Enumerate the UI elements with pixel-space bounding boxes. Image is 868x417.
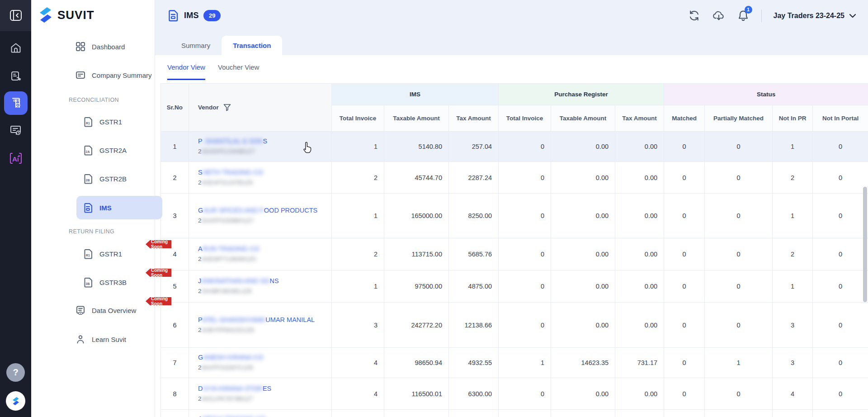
- cell-pr-value: 0.00: [615, 270, 664, 303]
- vendor-name-link[interactable]: GAUR SPICES AND FOOD PRODUCTS: [198, 206, 323, 215]
- cell-status-value: 0: [664, 238, 705, 270]
- vendor-name-link[interactable]: GANESH KIRANA CO: [198, 353, 323, 362]
- subtab-vendor-view[interactable]: Vendor View: [167, 55, 205, 80]
- table-body: 1P. SHANTILAL & SONS24GGKPC2344B1Z715140…: [161, 132, 868, 417]
- cell-srno: 8: [161, 378, 189, 410]
- cell-ims-value: 242772.20: [384, 303, 449, 348]
- table-row[interactable]: 7GANESH KIRANA CO26AATFG3287C1Z6498650.9…: [161, 348, 868, 378]
- sidebar-collapse-button[interactable]: [7, 6, 25, 24]
- cloud-download-icon: [712, 9, 725, 22]
- cell-ims-value: 2: [332, 238, 384, 270]
- rail-ai-assistant-button[interactable]: Ai: [7, 149, 25, 167]
- rail-home-button[interactable]: [7, 39, 25, 57]
- column-header: Not In Portal: [813, 105, 868, 132]
- tab-summary[interactable]: Summary: [170, 36, 222, 55]
- cell-srno: 6: [161, 303, 189, 348]
- svg-text:2A: 2A: [86, 150, 90, 153]
- column-header: Not In PR: [773, 105, 813, 132]
- cell-status-value: 0: [705, 378, 773, 410]
- notifications-button[interactable]: 1: [737, 9, 750, 22]
- transaction-content: Vendor View Voucher View Sr.No Vendor: [155, 55, 868, 417]
- cell-ims-value: 2: [332, 162, 384, 194]
- rail-documents-button[interactable]: [7, 67, 25, 85]
- page-header: IMS 29 1 Jay Traders 23-24-25: [155, 0, 868, 31]
- table-row[interactable]: 2SHETH TRADING CO24AEAFS1237B1Z5245744.7…: [161, 162, 868, 194]
- company-name: Jay Traders 23-24-25: [774, 12, 844, 20]
- cell-status-value: 0: [664, 378, 705, 410]
- table-row[interactable]: 8DIVYA KIRANA STORES24ACLPK7674B1Z741165…: [161, 378, 868, 410]
- vendor-name-link[interactable]: DIVYA KIRANA STORES: [198, 384, 323, 393]
- sidebar-item-gstr2a[interactable]: 2A GSTR2A: [84, 145, 127, 156]
- vendor-name-link[interactable]: AMBICA TRADING CO: [198, 414, 323, 417]
- table-row[interactable]: 4ARUN TRADING CO24AEWFT1364W1Z02113715.0…: [161, 238, 868, 270]
- cell-srno: 2: [161, 162, 189, 194]
- table-row[interactable]: 5JANKINATHAN AND SONS23AABPJ6049L1Z61975…: [161, 270, 868, 303]
- cell-ims-value: 165000.00: [384, 194, 449, 238]
- table-row[interactable]: 1P. SHANTILAL & SONS24GGKPC2344B1Z715140…: [161, 132, 868, 162]
- download-button[interactable]: [712, 9, 725, 22]
- rail-gst-reconciliation-button[interactable]: GST: [4, 91, 28, 115]
- vendor-name-link[interactable]: P. SHANTILAL & SONS: [198, 137, 323, 146]
- sidebar-item-label: Company Summary: [92, 71, 152, 79]
- cell-status-value: 0: [813, 194, 868, 238]
- cell-status-value: 0: [664, 270, 705, 303]
- sidebar-item-company-summary[interactable]: Company Summary: [75, 70, 152, 80]
- cell-status-value: 0: [664, 348, 705, 378]
- sidebar-item-gstr1[interactable]: R1 GSTR1: [84, 117, 122, 127]
- table-row[interactable]: 9AMBICA TRADING CO24AAGFA1123R1Z2: [161, 410, 868, 417]
- cell-ims-value: 98650.94: [384, 348, 449, 378]
- vendor-name-link[interactable]: SHETH TRADING CO: [198, 168, 323, 177]
- sidebar-item-learn-suvit[interactable]: Learn Suvit: [75, 334, 126, 344]
- tab-transaction[interactable]: Transaction: [222, 36, 282, 55]
- vendor-name-link[interactable]: ARUN TRADING CO: [198, 244, 323, 254]
- column-header: Tax Amount: [449, 105, 499, 132]
- collapse-sidebar-icon: [9, 9, 23, 22]
- table-row[interactable]: 3GAUR SPICES AND FOOD PRODUCTS25AAPFG308…: [161, 194, 868, 238]
- filter-icon[interactable]: [223, 104, 231, 111]
- vendor-name-link[interactable]: PATEL GHANSHYAMKUMAR MANILAL: [198, 315, 323, 325]
- cell-ims-value: 6300.00: [449, 378, 499, 410]
- help-button[interactable]: ?: [6, 363, 25, 382]
- cell-ims-value: 3: [332, 303, 384, 348]
- cell-ims-value: 97500.00: [384, 270, 449, 303]
- documents-sync-icon: [10, 71, 22, 82]
- cell-ims-value: 116500.01: [384, 378, 449, 410]
- cell-status-value: [705, 410, 773, 417]
- sidebar-item-ims[interactable]: IMS: [84, 203, 112, 213]
- chat-widget-button[interactable]: [6, 391, 25, 411]
- refresh-button[interactable]: [688, 9, 701, 22]
- svg-text:2B: 2B: [86, 179, 90, 182]
- chat-clock-icon: [9, 124, 22, 137]
- group-header-status: Status: [664, 84, 868, 105]
- rail-chat-history-button[interactable]: [7, 121, 25, 139]
- column-header: Partially Matched: [705, 105, 773, 132]
- table-row[interactable]: 6PATEL GHANSHYAMKUMAR MANILAL24ABYPP8422…: [161, 303, 868, 348]
- sidebar-item-gstr3b[interactable]: 3B GSTR3B: [84, 277, 127, 288]
- ims-count-badge: 29: [203, 10, 221, 21]
- cell-vendor: JANKINATHAN AND SONS23AABPJ6049L1Z6: [189, 270, 332, 303]
- cell-pr-value: [499, 410, 551, 417]
- cell-vendor: SHETH TRADING CO24AEAFS1237B1Z5: [189, 162, 332, 194]
- vendor-name-link[interactable]: JANKINATHAN AND SONS: [198, 276, 323, 286]
- suvit-logo-icon: [38, 6, 54, 24]
- sidebar-item-dashboard[interactable]: Dashboard: [75, 42, 125, 52]
- subtab-voucher-view[interactable]: Voucher View: [218, 55, 259, 80]
- cell-pr-value: 0: [499, 378, 551, 410]
- cell-status-value: [664, 410, 705, 417]
- column-header: Taxable Amount: [384, 105, 449, 132]
- sidebar-item-return-gstr1[interactable]: R1 GSTR1: [84, 249, 122, 259]
- sidebar-item-gstr2b[interactable]: 2B GSTR2B: [84, 174, 127, 184]
- column-header-vendor: Vendor: [189, 84, 332, 132]
- cell-status-value: 0: [705, 303, 773, 348]
- cell-pr-value: 0.00: [551, 194, 615, 238]
- vertical-scrollbar-thumb[interactable]: [863, 187, 867, 302]
- company-selector[interactable]: Jay Traders 23-24-25: [774, 12, 856, 20]
- vendor-gstin: 24AEWFT1364W1Z0: [198, 254, 323, 264]
- cell-ims-value: 113715.00: [384, 238, 449, 270]
- cell-ims-value: [449, 410, 499, 417]
- cell-ims-value: 1: [332, 194, 384, 238]
- section-label-reconciliation: RECONCILIATION: [69, 97, 119, 103]
- cell-ims-value: 4: [332, 348, 384, 378]
- sidebar-item-data-overview[interactable]: Data Overview: [75, 305, 136, 315]
- cell-ims-value: 1: [332, 270, 384, 303]
